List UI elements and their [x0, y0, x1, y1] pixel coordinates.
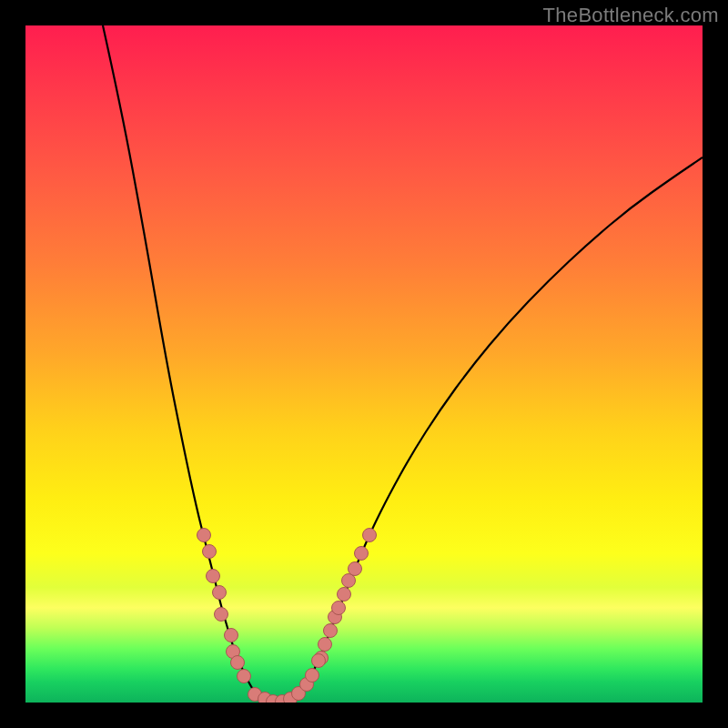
main-curve [103, 25, 703, 702]
scatter-dot [203, 545, 217, 559]
scatter-dot [215, 608, 228, 622]
scatter-dot [312, 654, 326, 668]
scatter-dot [318, 638, 332, 652]
scatter-dot [349, 562, 362, 576]
scatter-dot [238, 670, 251, 683]
scatter-dot [213, 586, 227, 600]
chart-svg [25, 25, 703, 703]
scatter-dot [207, 570, 220, 583]
scatter-dots [197, 529, 377, 703]
scatter-dot [306, 669, 319, 682]
scatter-dot [355, 547, 369, 561]
scatter-dot [197, 529, 211, 542]
chart-frame: TheBottleneck.com [0, 0, 728, 728]
scatter-dot [231, 656, 245, 670]
watermark-text: TheBottleneck.com [543, 4, 719, 27]
scatter-dot [338, 588, 351, 602]
scatter-dot [225, 629, 238, 642]
scatter-dot [363, 529, 377, 542]
scatter-dot [332, 602, 346, 615]
plot-area [25, 25, 703, 703]
scatter-dot [324, 624, 338, 638]
